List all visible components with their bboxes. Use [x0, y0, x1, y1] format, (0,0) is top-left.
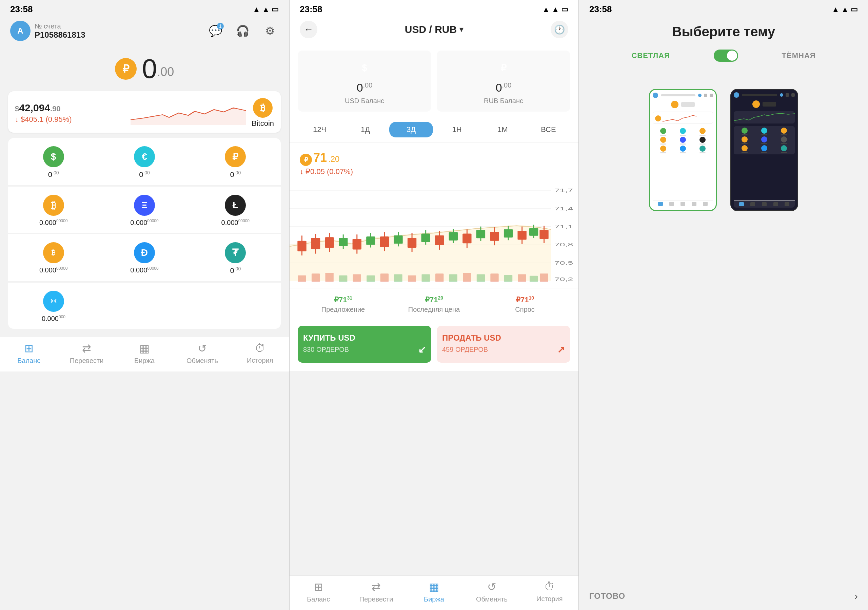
battery-icon-3: ▭ — [851, 5, 858, 14]
currency-grid: $ 0.00 € 0.00 ₽ 0.00 ₿ 0.00000000 — [0, 138, 289, 329]
svg-rect-56 — [339, 275, 347, 282]
svg-point-1 — [48, 296, 59, 306]
offer-stat: ₽7131 Предложение — [298, 295, 389, 314]
currency-btc[interactable]: ₿ 0.00000000 — [8, 186, 99, 233]
nav2-transfer[interactable]: ⇄ Перевести — [347, 581, 405, 603]
chat-badge: 1 — [217, 23, 224, 29]
clock-icon: 🕐 — [554, 25, 565, 35]
settings-button[interactable]: ⚙ — [261, 22, 279, 40]
bsv-amount: 0.00000000 — [39, 266, 67, 274]
eur-amount: 0.00 — [139, 170, 150, 179]
tab-1m[interactable]: 1М — [481, 122, 524, 137]
price-change: ↓ ₽0.05 (0.07%) — [300, 167, 568, 176]
svg-rect-30 — [463, 234, 471, 243]
trade-buttons: КУПИТЬ USD 830 ОРДЕРОВ ↙ ПРОДАТЬ USD 459… — [290, 320, 578, 371]
mini-btc-icon — [655, 115, 661, 121]
chart-card[interactable]: $42,094.90 ↓ $405.1 (0.95%) ₿ Bitcoin — [8, 91, 281, 133]
tab-12h[interactable]: 12Ч — [298, 122, 341, 137]
coin-label: Bitcoin — [251, 119, 274, 128]
nav2-exchange[interactable]: ▦ Биржа — [405, 581, 463, 603]
currency-eur[interactable]: € 0.00 — [99, 138, 190, 185]
usd-balance-amount: 0.00 — [357, 81, 373, 94]
exchange-nav-label: Биржа — [134, 357, 155, 365]
dash-icon: Đ — [134, 242, 155, 263]
svg-rect-42 — [394, 236, 402, 243]
usd-icon: $ — [43, 146, 64, 167]
headset-button[interactable]: 🎧 — [234, 22, 251, 40]
avatar: A — [10, 21, 31, 41]
balance-nav-label: Баланс — [17, 357, 40, 365]
tab-1w[interactable]: 1Н — [435, 122, 479, 137]
currency-ltc[interactable]: Ł 0.00000000 — [190, 186, 281, 233]
nav2-balance[interactable]: ⊞ Баланс — [290, 581, 347, 603]
tab-3d[interactable]: 3Д — [389, 122, 433, 137]
balance-cards: $ 0.00 USD Баланс ₽ 0.00 RUB Баланс — [290, 44, 578, 117]
price-rub-icon: ₽ — [300, 154, 312, 166]
status-bar-3: 23:58 ▲ ▲ ▭ — [579, 0, 868, 17]
usd-balance-icon: $ — [354, 57, 375, 78]
current-price-display: ₽ 71.20 — [300, 151, 568, 166]
currency-usd[interactable]: $ 0.00 — [8, 138, 99, 185]
last-price-stat: ₽7120 Последняя цена — [389, 295, 479, 314]
rub-balance-icon: ₽ — [493, 57, 514, 78]
svg-rect-26 — [408, 238, 416, 248]
svg-text:71,4: 71,4 — [554, 206, 573, 211]
theme-options: СВЕТЛАЯ ТЁМНАЯ — [589, 50, 858, 62]
tab-all[interactable]: ВСЕ — [527, 122, 570, 137]
chart-visual — [130, 101, 246, 125]
svg-rect-53 — [298, 275, 306, 282]
history-nav-label: История — [247, 357, 273, 364]
mini-avatar-light — [653, 93, 658, 98]
demand-stat: ₽7110 Спрос — [479, 295, 570, 314]
history-nav-label-2: История — [536, 595, 563, 603]
back-button[interactable]: ← — [300, 21, 317, 38]
currency-usdt[interactable]: ₮ 0.00 — [190, 234, 281, 281]
rub-amount: 0.00 — [230, 170, 241, 179]
usd-balance-card: $ 0.00 USD Баланс — [298, 51, 431, 112]
svg-rect-28 — [436, 236, 443, 245]
svg-text:70,2: 70,2 — [554, 276, 573, 282]
balance-icon: ₽ — [115, 58, 136, 80]
currency-row-2: ₿ 0.00000000 Ξ 0.00000000 Ł 0.00000000 — [8, 186, 281, 233]
nav-balance[interactable]: ⊞ Баланс — [0, 342, 57, 365]
svg-rect-59 — [380, 273, 389, 282]
transfer-nav-icon-2: ⇄ — [372, 581, 381, 593]
account-number: P1058861813 — [34, 30, 85, 40]
tab-1d[interactable]: 1Д — [344, 122, 387, 137]
balance-amount-display: 0.00 — [142, 53, 174, 84]
currency-row-3: ₿ 0.00000000 Đ 0.00000000 ₮ 0.00 — [8, 234, 281, 281]
sell-button[interactable]: ПРОДАТЬ USD 459 ОРДЕРОВ ↗ — [437, 326, 570, 363]
headset-icon: 🎧 — [236, 25, 250, 37]
mini-bal-icon-light — [671, 101, 679, 108]
currency-bsv[interactable]: ₿ 0.00000000 — [8, 234, 99, 281]
buy-label: КУПИТЬ USD — [303, 333, 355, 343]
currency-xrp[interactable]: 0.000000 — [8, 282, 99, 329]
currency-rub[interactable]: ₽ 0.00 — [190, 138, 281, 185]
currency-eth[interactable]: Ξ 0.00000000 — [99, 186, 190, 233]
buy-orders: 830 ОРДЕРОВ — [303, 346, 349, 354]
dark-mini-screen — [731, 90, 797, 210]
gear-icon: ⚙ — [265, 25, 275, 37]
eth-icon: Ξ — [134, 195, 155, 216]
theme-toggle[interactable] — [714, 50, 738, 62]
mini-currency-grid-light — [653, 127, 713, 155]
pair-selector[interactable]: USD / RUB ▾ — [405, 24, 463, 35]
last-price: ₽7120 — [425, 295, 443, 304]
signal-icon-3: ▲ — [841, 5, 849, 14]
svg-rect-66 — [477, 274, 485, 282]
buy-button[interactable]: КУПИТЬ USD 830 ОРДЕРОВ ↙ — [298, 326, 431, 363]
currency-dash[interactable]: Đ 0.00000000 — [99, 234, 190, 281]
balance-nav-icon-2: ⊞ — [314, 581, 323, 593]
nav-exchange[interactable]: ▦ Биржа — [116, 342, 173, 365]
trade-history-button[interactable]: 🕐 — [551, 21, 568, 38]
chat-button[interactable]: 💬 1 — [207, 22, 225, 40]
done-button[interactable]: ГОТОВО — [589, 591, 625, 601]
nav-transfer[interactable]: ⇄ Перевести — [57, 342, 115, 365]
nav-swap[interactable]: ↺ Обменять — [173, 342, 231, 365]
nav-history[interactable]: ⏱ История — [231, 342, 289, 365]
nav2-swap[interactable]: ↺ Обменять — [463, 581, 521, 603]
svg-rect-65 — [463, 273, 471, 282]
wifi-icon: ▲ — [253, 5, 260, 14]
time-tabs: 12Ч 1Д 3Д 1Н 1М ВСЕ — [290, 117, 578, 143]
nav2-history[interactable]: ⏱ История — [521, 581, 578, 603]
